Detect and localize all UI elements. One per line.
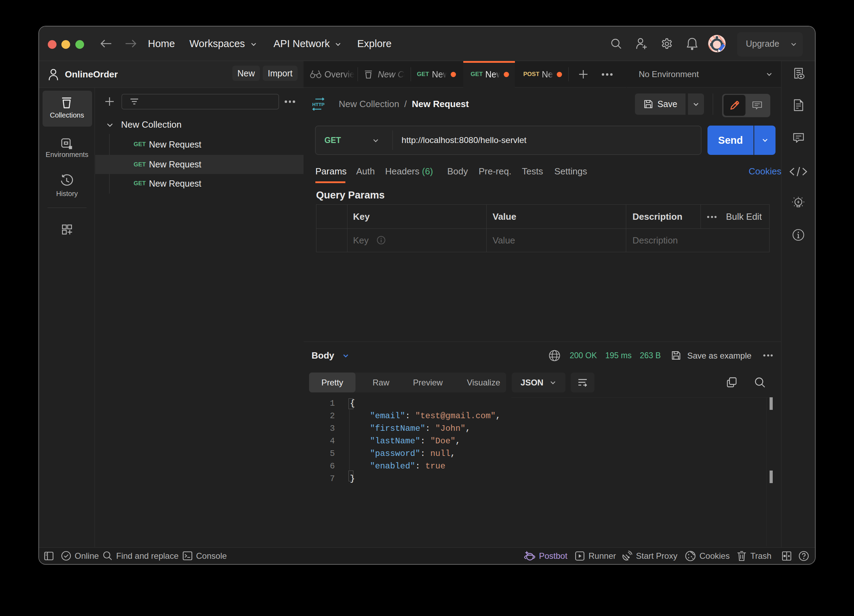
svg-text:HTTP: HTTP: [312, 102, 325, 107]
